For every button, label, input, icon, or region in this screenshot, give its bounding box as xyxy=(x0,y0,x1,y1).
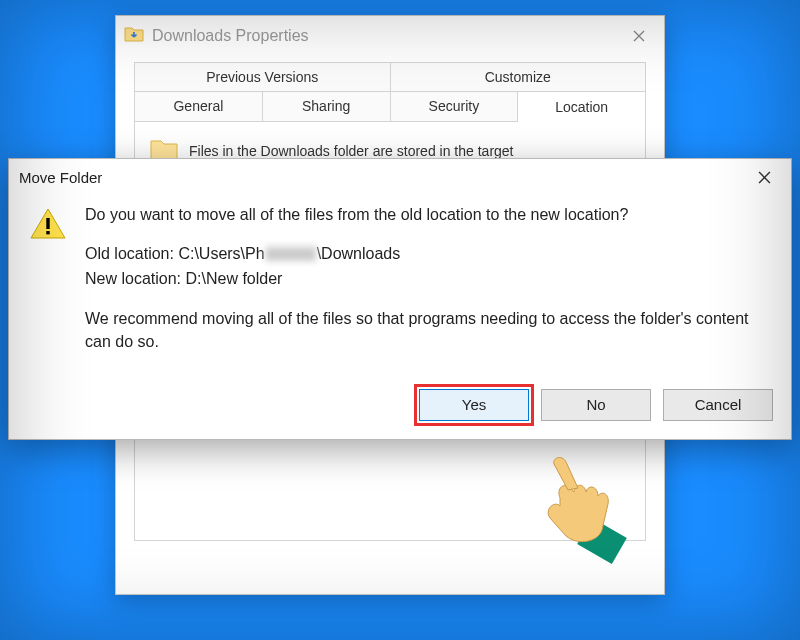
tab-sharing[interactable]: Sharing xyxy=(263,92,391,121)
tab-row-2: General Sharing Security Location xyxy=(134,91,646,121)
tab-general[interactable]: General xyxy=(135,92,263,121)
svg-rect-0 xyxy=(46,218,49,229)
warning-icon xyxy=(29,203,67,369)
dialog-titlebar: Move Folder xyxy=(9,159,791,195)
dialog-title: Move Folder xyxy=(19,169,102,186)
properties-title: Downloads Properties xyxy=(152,27,309,45)
dialog-recommendation: We recommend moving all of the files so … xyxy=(85,307,771,353)
new-location-path: D:\New folder xyxy=(186,270,283,287)
old-location-redacted: xxxxxx xyxy=(265,245,317,262)
no-button[interactable]: No xyxy=(541,389,651,421)
old-location-path-front: C:\Users\Ph xyxy=(178,245,264,262)
tab-previous-versions[interactable]: Previous Versions xyxy=(135,63,391,91)
location-description: Files in the Downloads folder are stored… xyxy=(189,143,514,159)
dialog-question: Do you want to move all of the files fro… xyxy=(85,203,771,226)
tab-customize[interactable]: Customize xyxy=(391,63,646,91)
dialog-button-row: Yes No Cancel xyxy=(9,379,791,439)
cancel-button[interactable]: Cancel xyxy=(663,389,773,421)
old-location-path-back: \Downloads xyxy=(317,245,401,262)
tab-security[interactable]: Security xyxy=(391,92,519,121)
old-location-label: Old location: xyxy=(85,245,174,262)
new-location-label: New location: xyxy=(85,270,181,287)
downloads-folder-icon xyxy=(124,25,144,47)
properties-close-button[interactable] xyxy=(622,22,656,50)
dialog-close-button[interactable] xyxy=(747,163,781,191)
properties-titlebar: Downloads Properties xyxy=(116,16,664,56)
svg-rect-1 xyxy=(46,231,49,234)
tab-location[interactable]: Location xyxy=(518,93,645,122)
tab-row-1: Previous Versions Customize xyxy=(134,62,646,91)
dialog-message: Do you want to move all of the files fro… xyxy=(85,203,771,369)
move-folder-dialog: Move Folder Do you want to move all of t… xyxy=(8,158,792,440)
yes-button[interactable]: Yes xyxy=(419,389,529,421)
